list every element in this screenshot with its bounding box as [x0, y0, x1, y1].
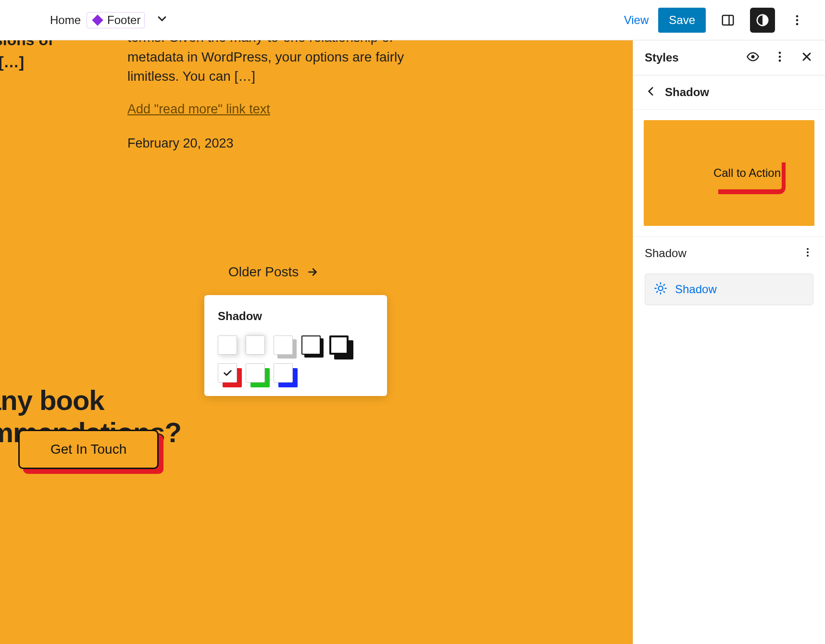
sidebar-toggle-button[interactable] — [715, 8, 740, 33]
older-posts-link[interactable]: Older Posts — [228, 264, 319, 280]
save-button[interactable]: Save — [658, 8, 706, 33]
sidebar-nav-label: Shadow — [665, 86, 709, 99]
shadow-control-button[interactable]: Shadow — [645, 273, 813, 305]
get-in-touch-button[interactable]: Get In Touch — [18, 430, 159, 469]
read-more-link[interactable]: Add "read more" link text — [127, 100, 406, 119]
shadow-swatch[interactable] — [329, 335, 349, 355]
template-part-icon — [91, 13, 104, 27]
breadcrumb: Home Footer — [50, 12, 169, 28]
eye-icon[interactable] — [746, 50, 760, 65]
top-bar: Home Footer View Save — [0, 0, 825, 40]
shadow-control-label: Shadow — [675, 283, 717, 296]
styles-sidebar: Styles Shadow — [633, 40, 825, 644]
sidebar-title: Styles — [645, 51, 679, 64]
style-preview: Call to Action — [644, 120, 814, 226]
shadow-section: Shadow — [633, 236, 825, 265]
shadow-swatch[interactable] — [246, 335, 265, 355]
topbar-actions: View Save — [624, 8, 810, 33]
older-posts-label: Older Posts — [228, 264, 299, 280]
svg-point-11 — [807, 251, 809, 253]
shadow-swatch[interactable] — [274, 335, 293, 355]
svg-point-3 — [796, 15, 799, 17]
svg-point-12 — [807, 255, 809, 257]
svg-point-9 — [779, 60, 781, 62]
close-icon[interactable] — [800, 50, 813, 65]
check-icon — [222, 368, 233, 378]
post-date: February 20, 2023 — [127, 134, 406, 153]
post-excerpt: terms. Given the many-to-one relationshi… — [127, 40, 406, 87]
breadcrumb-template-part[interactable]: Footer — [87, 12, 145, 28]
shadow-section-label: Shadow — [645, 247, 687, 260]
breadcrumb-home[interactable]: Home — [50, 13, 81, 27]
editor-canvas[interactable]: versions of uld […] terms. Given the man… — [0, 40, 633, 644]
svg-point-4 — [796, 19, 799, 21]
shadow-swatch[interactable] — [301, 335, 321, 355]
section-more-icon[interactable] — [802, 247, 813, 260]
svg-rect-0 — [723, 15, 734, 25]
svg-point-8 — [779, 56, 781, 58]
popover-title: Shadow — [218, 310, 374, 323]
styles-panel-button[interactable] — [750, 8, 775, 33]
svg-point-5 — [796, 23, 799, 25]
shadow-decoration — [718, 162, 786, 194]
back-icon[interactable] — [645, 85, 657, 99]
options-menu-button[interactable] — [785, 8, 810, 33]
shadow-swatch-grid — [218, 335, 374, 383]
svg-line-21 — [663, 285, 664, 285]
sun-icon — [654, 282, 667, 297]
sidebar-header: Styles — [633, 40, 825, 75]
svg-point-13 — [658, 286, 662, 290]
shadow-swatch-selected[interactable] — [218, 363, 237, 383]
arrow-right-icon — [306, 266, 319, 278]
shadow-swatch[interactable] — [246, 363, 265, 383]
more-icon[interactable] — [773, 50, 787, 65]
shadow-swatch[interactable] — [274, 363, 293, 383]
svg-line-20 — [657, 291, 658, 292]
shadow-picker-popover: Shadow — [204, 295, 387, 396]
sidebar-nav: Shadow — [633, 75, 825, 110]
svg-point-7 — [779, 52, 781, 54]
shadow-swatch[interactable] — [218, 335, 237, 355]
svg-point-6 — [751, 55, 755, 59]
breadcrumb-footer-label: Footer — [107, 13, 140, 27]
svg-line-18 — [657, 285, 658, 285]
svg-line-19 — [663, 291, 664, 292]
breadcrumb-dropdown[interactable] — [155, 12, 169, 28]
view-link[interactable]: View — [624, 13, 649, 27]
svg-point-10 — [807, 248, 809, 250]
